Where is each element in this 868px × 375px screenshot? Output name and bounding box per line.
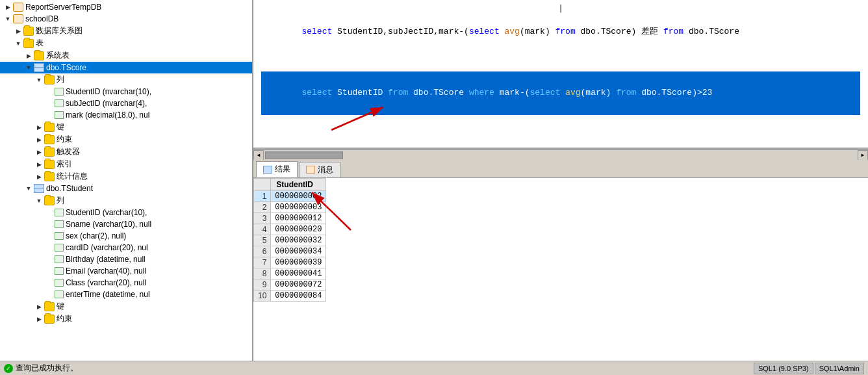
folder-icon xyxy=(44,196,55,205)
student-id-cell: 0000000002 xyxy=(271,191,326,202)
table-row[interactable]: 100000000084 xyxy=(254,291,326,302)
status-badge-sql: SQL1 (9.0 SP3) xyxy=(754,363,813,374)
tree-item-indexes1[interactable]: ▶索引 xyxy=(0,158,252,170)
tree-item-schooldb[interactable]: ▼schoolDB xyxy=(0,13,252,25)
tree-item-reportservertempdb[interactable]: ▶ReportServerTempDB xyxy=(0,1,252,13)
expand-icon[interactable]: ▼ xyxy=(34,196,44,206)
sql-line-2[interactable]: select StudentID from dbo.TScore where m… xyxy=(261,71,860,114)
tree-item-col_studentid2[interactable]: StudentID (varchar(10), xyxy=(0,207,252,218)
tree-item-label: 约束 xyxy=(57,313,72,324)
expand-icon[interactable]: ▶ xyxy=(34,172,44,182)
folder-icon xyxy=(44,75,55,84)
row-number: 6 xyxy=(254,246,271,257)
table-row[interactable]: 30000000012 xyxy=(254,213,326,224)
tab-results[interactable]: 结果 xyxy=(256,161,298,177)
expand-icon[interactable]: ▼ xyxy=(3,14,13,24)
tree-item-label: cardID (varchar(20), nul xyxy=(66,243,148,252)
table-row[interactable]: 90000000072 xyxy=(254,279,326,291)
tree-item-cols2[interactable]: ▼列 xyxy=(0,194,252,207)
tree-item-triggers1[interactable]: ▶触发器 xyxy=(0,146,252,158)
expand-icon[interactable] xyxy=(44,278,55,288)
tree-item-cols1[interactable]: ▼列 xyxy=(0,73,252,86)
column-icon xyxy=(55,99,64,107)
tree-item-label: Birthday (datetime, null xyxy=(66,255,146,264)
tree-item-label: 数据库关系图 xyxy=(36,25,83,36)
expand-icon[interactable]: ▶ xyxy=(34,147,44,157)
tree-item-col_email[interactable]: Email (varchar(40), null xyxy=(0,265,252,277)
tree-item-dbo_tscore[interactable]: ▼dbo.TScore xyxy=(0,62,252,73)
table-row[interactable]: 40000000020 xyxy=(254,224,326,235)
expand-icon[interactable]: ▶ xyxy=(34,314,44,324)
column-icon xyxy=(55,255,64,263)
tree-item-col_cardid[interactable]: cardID (varchar(20), nul xyxy=(0,242,252,253)
tree-item-dbdiagram[interactable]: ▶数据库关系图 xyxy=(0,25,252,37)
tree-item-col_birthday[interactable]: Birthday (datetime, null xyxy=(0,253,252,265)
expand-icon[interactable]: ▼ xyxy=(23,183,34,194)
table-row[interactable]: 20000000003 xyxy=(254,202,326,213)
status-ok-icon: ✓ xyxy=(4,364,13,373)
tree-item-label: 键 xyxy=(57,301,64,312)
tree-item-col_sex[interactable]: sex (char(2), null) xyxy=(0,230,252,242)
scroll-right-btn[interactable]: ▶ xyxy=(858,150,868,161)
expand-icon[interactable]: ▶ xyxy=(34,159,44,170)
tree-item-systables[interactable]: ▶系统表 xyxy=(0,49,252,62)
tree-item-keys2[interactable]: ▶键 xyxy=(0,300,252,313)
row-num-header xyxy=(254,179,271,191)
expand-icon[interactable]: ▶ xyxy=(34,122,44,133)
expand-icon[interactable]: ▶ xyxy=(23,51,34,61)
status-badge-user: SQL1\Admin xyxy=(815,363,864,374)
expand-icon[interactable]: ▼ xyxy=(13,38,23,49)
expand-icon[interactable]: ▶ xyxy=(3,2,13,12)
tree-item-col_studentid1[interactable]: StudentID (nvarchar(10), xyxy=(0,86,252,97)
tree-item-col_subjectid[interactable]: subJectID (nvarchar(4), xyxy=(0,97,252,109)
column-icon xyxy=(55,232,64,240)
expand-icon[interactable] xyxy=(44,207,55,218)
tree-item-col_class[interactable]: Class (varchar(20), null xyxy=(0,277,252,289)
student-id-cell: 0000000039 xyxy=(271,257,326,268)
column-icon xyxy=(55,279,64,287)
table-row[interactable]: 50000000032 xyxy=(254,235,326,246)
folder-icon xyxy=(44,302,55,311)
tree-item-label: 触发器 xyxy=(57,146,80,157)
tree-item-stats1[interactable]: ▶统计信息 xyxy=(0,170,252,183)
results-table-container[interactable]: StudentID 100000000022000000000330000000… xyxy=(253,178,868,361)
expand-icon[interactable]: ▼ xyxy=(23,62,34,73)
expand-icon[interactable] xyxy=(44,231,55,241)
expand-icon[interactable]: ▶ xyxy=(34,135,44,145)
tree-item-dbo_tstudent[interactable]: ▼dbo.TStudent xyxy=(0,183,252,194)
expand-icon[interactable] xyxy=(44,219,55,229)
expand-icon[interactable] xyxy=(44,98,55,109)
scroll-thumb[interactable] xyxy=(265,151,343,159)
expand-icon[interactable]: ▶ xyxy=(13,26,23,36)
expand-icon[interactable] xyxy=(44,110,55,120)
sql-line-1[interactable]: select StudentID,subJectID,mark-(select … xyxy=(261,12,860,52)
expand-icon[interactable] xyxy=(44,254,55,265)
sql-editor[interactable]: | select StudentID,subJectID,mark-(selec… xyxy=(253,0,868,149)
tree-item-keys1[interactable]: ▶键 xyxy=(0,121,252,133)
expand-icon[interactable] xyxy=(44,242,55,253)
tree-item-constraints2[interactable]: ▶约束 xyxy=(0,313,252,325)
tree-item-constraints1[interactable]: ▶约束 xyxy=(0,133,252,146)
scroll-left-btn[interactable]: ◀ xyxy=(253,150,264,161)
expand-icon[interactable]: ▼ xyxy=(34,75,44,85)
expand-icon[interactable] xyxy=(44,86,55,97)
tree-item-col_sname[interactable]: Sname (varchar(10), null xyxy=(0,218,252,230)
studentid-column-header: StudentID xyxy=(271,179,326,191)
row-number: 9 xyxy=(254,279,271,291)
tree-item-tables[interactable]: ▼表 xyxy=(0,37,252,49)
student-id-cell: 0000000003 xyxy=(271,202,326,213)
expand-icon[interactable]: ▶ xyxy=(34,302,44,312)
expand-icon[interactable] xyxy=(44,289,55,300)
tab-messages[interactable]: 消息 xyxy=(299,162,340,177)
db-icon xyxy=(13,14,23,23)
table-row[interactable]: 80000000041 xyxy=(254,268,326,279)
tree-item-col_mark[interactable]: mark (decimal(18,0), nul xyxy=(0,109,252,121)
horizontal-scrollbar[interactable]: ◀ ▶ xyxy=(253,149,868,160)
table-row[interactable]: 60000000034 xyxy=(254,246,326,257)
object-explorer-tree[interactable]: ▶ReportServerTempDB▼schoolDB▶数据库关系图▼表▶系统… xyxy=(0,0,253,361)
tree-item-col_entertime[interactable]: enterTime (datetime, nul xyxy=(0,289,252,300)
expand-icon[interactable] xyxy=(44,266,55,276)
table-row[interactable]: 10000000002 xyxy=(254,191,326,202)
student-id-cell: 0000000084 xyxy=(271,291,326,302)
table-row[interactable]: 70000000039 xyxy=(254,257,326,268)
